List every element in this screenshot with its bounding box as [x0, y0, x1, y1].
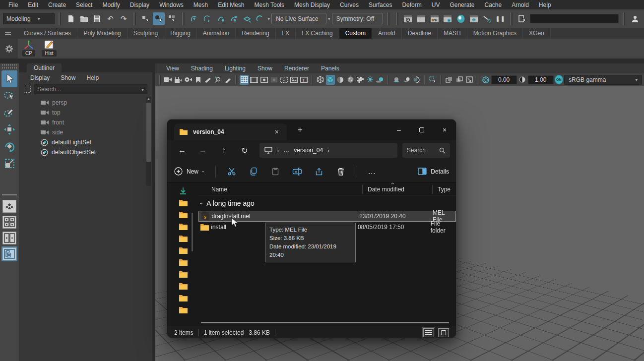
- shelf-tab-curves-surfaces[interactable]: Curves / Surfaces: [18, 28, 77, 39]
- isolate-select-icon[interactable]: [428, 75, 437, 85]
- shelf-tab-xgen[interactable]: XGen: [523, 28, 551, 39]
- resolution-gate-icon[interactable]: [260, 75, 269, 85]
- viewport-menu-renderer[interactable]: Renderer: [278, 65, 315, 72]
- new-scene-icon[interactable]: [65, 12, 77, 25]
- horizontal-scrollbar[interactable]: [201, 322, 449, 323]
- menu-select[interactable]: Select: [71, 1, 97, 8]
- delete-button[interactable]: [331, 164, 351, 180]
- toolbar-separator[interactable]: [387, 12, 389, 25]
- folder-icon[interactable]: [179, 200, 188, 206]
- chevron-down-icon[interactable]: ▾: [328, 16, 330, 21]
- minimize-button[interactable]: –: [387, 120, 410, 140]
- menu-curves[interactable]: Curves: [335, 1, 363, 8]
- wireframe-mode-icon[interactable]: [316, 75, 325, 85]
- scroll-up-icon[interactable]: ▲: [146, 97, 151, 101]
- file-row-draginstall[interactable]: s dragInstall.mel 23/01/2019 20:40 MEL F…: [198, 211, 456, 222]
- layout-four-pane-button[interactable]: [2, 216, 16, 229]
- shelf-menu-icon[interactable]: [5, 32, 11, 35]
- shelf-tab-deadline[interactable]: Deadline: [402, 28, 438, 39]
- shelf-tab-arnold[interactable]: Arnold: [372, 28, 402, 39]
- menu-mesh[interactable]: Mesh: [189, 1, 212, 8]
- user-account-icon[interactable]: [629, 12, 641, 25]
- gamma-field[interactable]: 1.00: [528, 75, 554, 84]
- symmetry-field[interactable]: Symmetry: Off: [332, 13, 383, 24]
- viewport-menu-shading[interactable]: Shading: [185, 65, 219, 72]
- up-button[interactable]: ↑: [215, 146, 233, 155]
- breadcrumb-ellipsis[interactable]: …: [283, 147, 289, 154]
- toolbar-separator[interactable]: [623, 12, 625, 25]
- folder-icon[interactable]: [179, 247, 188, 254]
- menu-edit[interactable]: Edit: [23, 1, 43, 8]
- outliner-item-defaultlightset[interactable]: defaultLightSet: [19, 137, 152, 147]
- textured-mode-icon[interactable]: [346, 75, 355, 85]
- toolbar-separator[interactable]: [182, 12, 185, 25]
- render-current-frame-icon[interactable]: [415, 12, 427, 25]
- outliner-search-input[interactable]: Search... ▾: [34, 84, 147, 94]
- lasso-select-tool[interactable]: [1, 87, 17, 104]
- layer-overrides-icon[interactable]: [454, 75, 463, 85]
- render-view-icon[interactable]: [402, 12, 414, 25]
- toolbar-separator[interactable]: [59, 12, 61, 25]
- outliner-item-side[interactable]: side: [19, 127, 152, 137]
- hypershade-icon[interactable]: [455, 12, 467, 25]
- outliner-menu-help[interactable]: Help: [82, 74, 103, 81]
- toolbar-separator[interactable]: [510, 12, 513, 25]
- image-plane-tool-icon[interactable]: [203, 75, 212, 85]
- shelf-tab-motion-graphics[interactable]: Motion Graphics: [467, 28, 523, 39]
- column-type[interactable]: Type: [433, 186, 451, 193]
- layout-two-pane-button[interactable]: [2, 232, 16, 244]
- outliner-menu-show[interactable]: Show: [56, 74, 80, 81]
- outliner-item-front[interactable]: front: [19, 118, 152, 127]
- collapse-group-icon[interactable]: ›: [198, 202, 205, 204]
- explorer-titlebar[interactable]: version_04 × + – ×: [167, 120, 456, 140]
- forward-button[interactable]: →: [194, 146, 212, 155]
- make-live-icon[interactable]: [241, 12, 253, 25]
- numeric-input-field[interactable]: [530, 14, 619, 23]
- menuset-dropdown[interactable]: Modeling ▾: [3, 13, 55, 24]
- close-button[interactable]: ×: [433, 120, 456, 140]
- layout-single-pane-button[interactable]: [2, 200, 16, 213]
- scrollbar-thumb[interactable]: [146, 103, 151, 162]
- column-name[interactable]: Name: [198, 186, 362, 193]
- folder-icon[interactable]: [179, 236, 188, 242]
- camera-attributes-icon[interactable]: [184, 75, 193, 85]
- menu-modify[interactable]: Modify: [98, 1, 124, 8]
- gate-mask-icon[interactable]: [270, 75, 279, 85]
- textured-sphere-icon[interactable]: [336, 75, 345, 85]
- menu-windows[interactable]: Windows: [155, 1, 188, 8]
- undo-icon[interactable]: ↶: [105, 12, 117, 25]
- film-gate-icon[interactable]: [250, 75, 258, 85]
- share-button[interactable]: [309, 164, 329, 180]
- shelf-tab-sculpting[interactable]: Sculpting: [128, 28, 164, 39]
- chevron-right-icon[interactable]: ›: [327, 147, 329, 154]
- select-hierarchy-icon[interactable]: [140, 12, 152, 25]
- snap-projected-center-icon[interactable]: [228, 12, 240, 25]
- select-object-icon[interactable]: [153, 12, 165, 25]
- tab-close-icon[interactable]: ×: [272, 128, 282, 136]
- shelf-item-cp[interactable]: CP: [20, 39, 38, 59]
- separate-layers-icon[interactable]: [445, 75, 453, 85]
- details-button[interactable]: Details: [418, 168, 449, 175]
- hud-toggle-icon[interactable]: T: [300, 75, 309, 85]
- ipr-render-icon[interactable]: IPR: [429, 12, 441, 25]
- back-button[interactable]: ←: [173, 146, 191, 155]
- search-input[interactable]: Search: [402, 143, 450, 158]
- shelf-tab-fx[interactable]: FX: [276, 28, 296, 39]
- rotate-tool[interactable]: [1, 138, 17, 155]
- smooth-shade-mode-icon[interactable]: [326, 75, 335, 85]
- copy-button[interactable]: [244, 164, 263, 180]
- save-scene-icon[interactable]: [91, 12, 103, 25]
- layout-outliner-persp-button[interactable]: [2, 247, 16, 260]
- shelf-tab-fx-caching[interactable]: FX Caching: [296, 28, 339, 39]
- breadcrumb[interactable]: › … version_04 ›: [259, 143, 397, 158]
- exposure-field[interactable]: 0.00: [491, 75, 517, 84]
- shelf-tab-poly-modeling[interactable]: Poly Modeling: [77, 28, 127, 39]
- paint-effects-icon[interactable]: [481, 12, 493, 25]
- redo-icon[interactable]: ↷: [118, 12, 129, 25]
- move-tool[interactable]: [1, 121, 17, 138]
- downloads-icon[interactable]: [179, 187, 187, 195]
- chevron-down-icon[interactable]: ▾: [267, 16, 270, 21]
- rename-button[interactable]: A: [287, 164, 307, 180]
- paint-select-tool[interactable]: [1, 104, 17, 121]
- select-tool[interactable]: [1, 70, 17, 87]
